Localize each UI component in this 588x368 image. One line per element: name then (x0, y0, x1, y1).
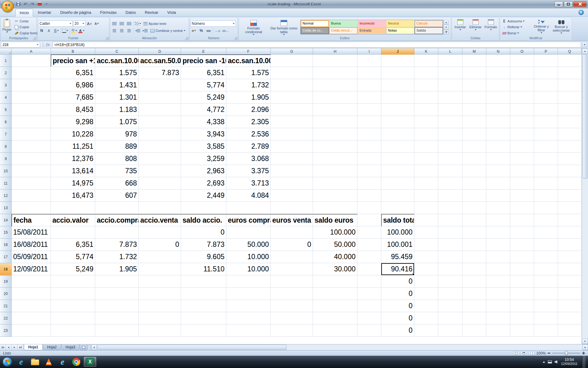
cell-H11[interactable] (313, 177, 357, 190)
cell-M20[interactable] (462, 288, 486, 300)
cell-Q17[interactable] (558, 251, 582, 263)
cell-G21[interactable] (271, 300, 313, 312)
cell-I18[interactable] (357, 263, 381, 275)
cell-P18[interactable] (534, 263, 558, 275)
zoom-level[interactable]: 100% (536, 351, 546, 355)
font-size-select[interactable]: 20 (73, 21, 85, 27)
cell-F10[interactable]: 3.375 (226, 165, 271, 177)
cell-Q3[interactable] (558, 79, 582, 91)
cell-B12[interactable]: 16,473 (51, 190, 95, 202)
cell-J15[interactable]: 100.000 (381, 226, 414, 239)
ribbon-tab-fórmulas[interactable]: Fórmulas (96, 9, 121, 16)
cell-G18[interactable] (271, 263, 313, 275)
fill-color-button[interactable] (71, 28, 77, 34)
cell-C1[interactable]: acc.san.10.000 (95, 55, 139, 67)
ribbon-tab-vista[interactable]: Vista (163, 9, 180, 16)
horizontal-scroll-thumb[interactable] (97, 345, 286, 350)
ribbon-tab-datos[interactable]: Datos (121, 9, 140, 16)
cell-I5[interactable] (357, 104, 381, 116)
cell-style-incorrecto[interactable]: Incorrecto (358, 20, 386, 27)
cell-P19[interactable] (534, 275, 558, 288)
cell-D3[interactable] (139, 79, 181, 91)
cell-G20[interactable] (271, 288, 313, 300)
conditional-formatting-button[interactable]: Formato condicional (239, 19, 268, 36)
cell-I15[interactable] (357, 226, 381, 239)
cell-F2[interactable]: 1.575 (226, 67, 271, 79)
row-header-4[interactable]: 4 (0, 91, 12, 104)
cell-H17[interactable]: 40.000 (313, 251, 357, 263)
cell-I23[interactable] (357, 324, 381, 337)
cell-H8[interactable] (313, 140, 357, 153)
cell-style-normal[interactable]: Normal (301, 20, 329, 27)
cell-J10[interactable] (381, 165, 414, 177)
cell-A13[interactable] (12, 202, 51, 214)
cell-H5[interactable] (313, 104, 357, 116)
cell-C22[interactable] (95, 312, 139, 324)
cell-Q21[interactable] (558, 300, 582, 312)
cell-B21[interactable] (51, 300, 95, 312)
cell-C21[interactable] (95, 300, 139, 312)
cell-F20[interactable] (226, 288, 271, 300)
cell-F14[interactable]: euros compra (226, 214, 271, 226)
cell-K2[interactable] (414, 67, 438, 79)
cell-I6[interactable] (357, 116, 381, 128)
cell-J21[interactable]: 0 (381, 300, 414, 312)
cell-B11[interactable]: 14,975 (51, 177, 95, 190)
cell-D2[interactable]: 7.873 (139, 67, 181, 79)
cell-K10[interactable] (414, 165, 438, 177)
cell-B5[interactable]: 8,453 (51, 104, 95, 116)
sheet-tab-hoja1[interactable]: Hoja1 (24, 344, 43, 350)
cell-B3[interactable]: 6,986 (51, 79, 95, 91)
cell-I21[interactable] (357, 300, 381, 312)
align-center-button[interactable] (118, 28, 125, 34)
percent-style-button[interactable] (198, 28, 205, 34)
cell-H7[interactable] (313, 128, 357, 140)
cell-N11[interactable] (486, 177, 510, 190)
cell-C9[interactable]: 808 (95, 153, 139, 165)
cell-C12[interactable]: 607 (95, 190, 139, 202)
cell-D12[interactable] (139, 190, 181, 202)
row-header-9[interactable]: 9 (0, 153, 12, 165)
row-header-16[interactable]: 16 (0, 239, 12, 251)
cell-L8[interactable] (438, 140, 462, 153)
start-button[interactable] (2, 357, 12, 367)
scroll-right-button[interactable] (582, 344, 588, 350)
cell-P16[interactable] (534, 239, 558, 251)
cell-D10[interactable] (139, 165, 181, 177)
cell-J18[interactable]: 90.416 (381, 263, 414, 275)
cell-K13[interactable] (414, 202, 438, 214)
cell-E23[interactable] (181, 324, 226, 337)
cell-E20[interactable] (181, 288, 226, 300)
taskbar-ie-button[interactable] (15, 357, 27, 367)
cell-J8[interactable] (381, 140, 414, 153)
cell-M16[interactable] (462, 239, 486, 251)
cell-J14[interactable]: saldo total (381, 214, 414, 226)
cell-L1[interactable] (438, 55, 462, 67)
cell-O15[interactable] (510, 226, 534, 239)
cell-G15[interactable] (271, 226, 313, 239)
cell-B15[interactable] (51, 226, 95, 239)
cell-H12[interactable] (313, 190, 357, 202)
cell-L6[interactable] (438, 116, 462, 128)
align-bottom-button[interactable] (126, 21, 132, 27)
cell-E14[interactable]: saldo accio. (181, 214, 226, 226)
scroll-left-button[interactable] (91, 344, 97, 350)
cell-E18[interactable]: 11.510 (181, 263, 226, 275)
column-header-H[interactable]: H (313, 48, 357, 55)
cell-K4[interactable] (414, 91, 438, 104)
cell-L12[interactable] (438, 190, 462, 202)
cell-G8[interactable] (271, 140, 313, 153)
column-header-B[interactable]: B (51, 48, 95, 55)
column-header-Q[interactable]: Q (558, 48, 582, 55)
cell-N22[interactable] (486, 312, 510, 324)
cell-G16[interactable]: 0 (271, 239, 313, 251)
cell-P20[interactable] (534, 288, 558, 300)
cell-C14[interactable]: accio.compra (95, 214, 139, 226)
cell-P8[interactable] (534, 140, 558, 153)
cell-P6[interactable] (534, 116, 558, 128)
cell-J12[interactable] (381, 190, 414, 202)
cell-C3[interactable]: 1.431 (95, 79, 139, 91)
taskbar-clock[interactable]: 10:54 12/09/2011 (561, 358, 578, 366)
cell-I17[interactable] (357, 251, 381, 263)
cell-J3[interactable] (381, 79, 414, 91)
